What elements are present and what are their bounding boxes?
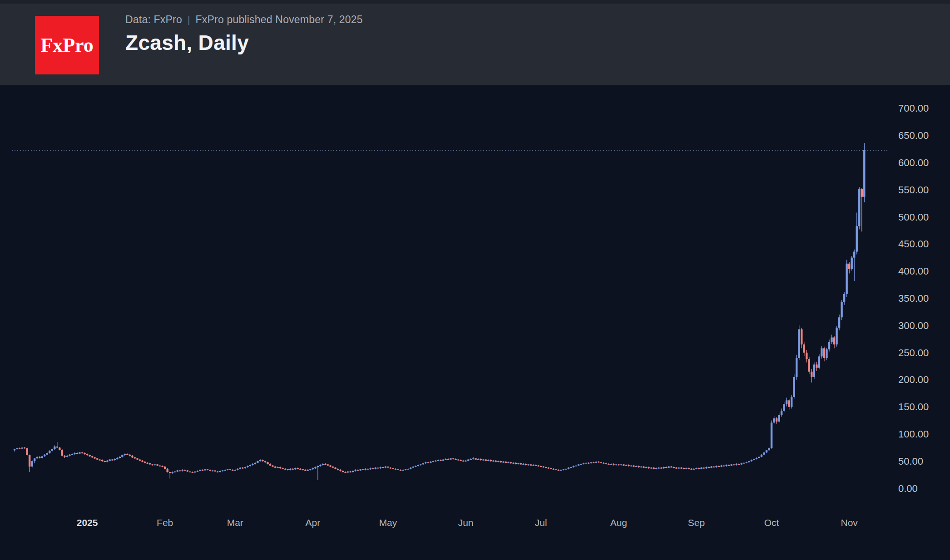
candle-body-up [54,447,55,449]
data-source-label: Data: FxPro [125,14,182,25]
chart-title: Zcash, Daily [125,30,363,55]
candle-body-up [796,358,797,377]
candle-body-down [151,464,153,465]
candle-body-down [848,264,850,269]
candle-body-down [367,469,369,470]
y-axis-label: 350.00 [898,293,929,304]
candle-body-down [337,469,339,470]
candle-body-up [121,455,123,457]
candle-body-down [823,348,825,358]
candle-body-down [457,460,459,461]
y-axis-label: 150.00 [898,401,929,413]
candle-body-up [360,469,361,470]
candle-body-down [59,447,60,450]
candle-body-up [432,461,434,462]
candle-body-down [395,469,396,470]
candle-body-up [492,461,494,462]
candle-body-up [640,467,642,467]
candle-body-down [91,456,93,457]
header: FxPro Data: FxPro|FxPro published Novemb… [0,0,950,85]
y-axis-label: 550.00 [898,184,929,196]
candle-body-up [650,468,652,469]
candle-body-down [628,465,629,466]
header-text-block: Data: FxPro|FxPro published November 7, … [125,14,363,55]
candle-body-down [605,463,607,464]
candle-body-up [435,461,436,462]
candle-body-down [299,469,301,470]
candle-body-down [537,466,539,467]
candle-body-up [172,472,173,473]
candle-body-down [808,359,810,372]
candle-body-down [733,464,735,465]
candle-body-down [64,456,65,457]
candle-body-down [134,457,136,458]
candle-body-up [294,468,296,469]
candle-body-down [455,459,456,460]
candle-body-down [329,466,331,467]
candle-body-up [710,467,712,467]
candle-body-up [773,418,775,423]
candle-body-up [425,462,426,463]
candle-body-down [475,458,476,459]
candle-body-up [66,456,68,457]
candle-body-up [658,468,659,469]
candle-body-up [615,464,617,465]
candle-body-up [410,468,411,469]
candle-body-down [520,463,522,464]
candle-body-up [119,457,121,458]
candle-body-down [156,464,158,465]
x-axis-label: Mar [227,517,243,528]
candle-body-down [555,469,557,470]
candle-body-down [670,467,672,467]
candle-body-up [114,459,116,460]
candle-body-up [756,458,757,459]
candle-body-up [405,469,406,470]
x-axis-label: Jul [535,517,547,528]
candle-body-up [309,469,311,470]
candle-body-down [688,468,690,469]
candle-body-up [570,467,572,468]
candle-body-up [715,466,717,467]
candle-body-down [588,463,589,464]
candle-body-up [761,455,762,457]
candle-body-up [522,464,524,465]
candle-body-up [322,464,324,465]
candle-body-up [380,467,381,468]
candle-body-down [462,461,464,462]
candle-body-up [470,459,471,460]
candle-body-up [678,468,680,469]
candle-body-down [788,400,790,407]
candle-body-up [415,466,416,467]
candle-body-down [84,453,85,454]
candle-body-down [217,472,218,472]
candle-body-up [798,329,800,358]
candle-body-down [861,189,863,197]
candle-body-up [580,464,582,465]
candle-body-down [545,467,547,468]
candle-body-up [695,468,697,469]
candle-body-down [169,472,171,473]
candle-body-up [254,463,256,464]
candle-body-up [786,400,787,404]
candle-body-down [683,468,685,469]
candle-body-up [685,468,687,469]
candle-body-up [831,338,832,342]
candle-body-down [680,468,682,469]
candle-body-down [287,469,288,470]
candle-body-up [370,468,371,469]
candle-body-down [161,466,163,467]
candle-body-up [630,466,632,467]
candle-body-up [753,459,755,460]
candle-body-up [222,471,223,472]
candle-body-up [365,469,366,470]
candle-body-up [224,470,226,471]
candle-body-down [302,469,304,470]
candle-body-up [289,469,291,470]
candle-body-up [590,462,592,463]
candle-body-down [593,462,594,463]
candle-body-up [700,468,702,469]
candle-body-up [853,252,855,258]
candle-body-down [272,466,273,467]
candle-body-up [668,467,670,467]
candle-body-up [625,465,627,466]
